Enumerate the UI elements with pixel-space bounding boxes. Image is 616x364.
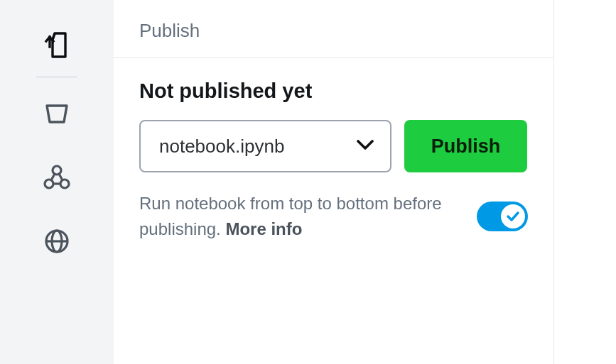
file-dropdown[interactable]: notebook.ipynb xyxy=(139,120,391,172)
publish-button[interactable]: Publish xyxy=(404,120,527,172)
panel-title: Publish xyxy=(139,20,528,42)
publish-status: Not published yet xyxy=(139,79,528,103)
right-gap xyxy=(554,0,616,364)
more-info-link[interactable]: More info xyxy=(225,219,302,238)
run-before-publish-toggle[interactable] xyxy=(477,202,528,231)
toggle-knob xyxy=(501,204,525,228)
chevron-down-icon xyxy=(356,139,374,153)
run-before-publish-row: Run notebook from top to bottom before p… xyxy=(139,191,528,242)
graph-icon[interactable] xyxy=(42,162,72,192)
check-icon xyxy=(505,209,521,224)
panel-header: Publish xyxy=(114,0,553,58)
svg-point-0 xyxy=(53,166,61,175)
panel-body: Not published yet notebook.ipynb Publish… xyxy=(114,58,553,263)
svg-line-3 xyxy=(51,174,55,180)
run-option-text: Run notebook from top to bottom before p… xyxy=(139,191,463,242)
globe-icon[interactable] xyxy=(42,226,72,256)
sidebar-divider xyxy=(36,77,77,77)
svg-line-4 xyxy=(59,174,63,180)
svg-point-1 xyxy=(45,180,53,188)
publish-panel: Publish Not published yet notebook.ipynb… xyxy=(114,0,554,364)
file-row: notebook.ipynb Publish xyxy=(139,120,528,172)
publish-icon[interactable] xyxy=(42,30,72,60)
file-dropdown-label: notebook.ipynb xyxy=(159,136,284,158)
sidebar xyxy=(0,0,114,364)
bucket-icon[interactable] xyxy=(42,99,72,128)
svg-point-2 xyxy=(60,180,69,188)
